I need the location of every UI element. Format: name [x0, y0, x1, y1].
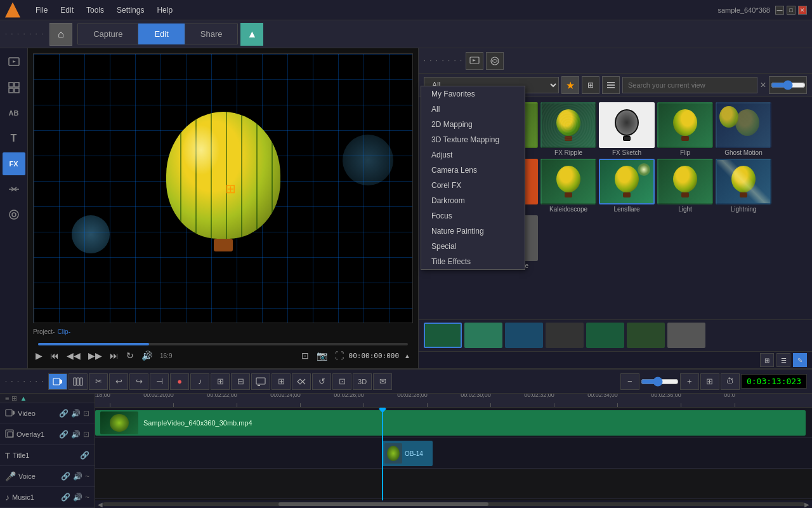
tl-zoom-out[interactable]: − — [620, 373, 639, 390]
tl-btn-crop-tl[interactable]: ⊡ — [332, 373, 351, 390]
fx-bottom-item-4[interactable] — [546, 323, 584, 348]
menu-edit[interactable]: Edit — [55, 4, 79, 16]
minimize-button[interactable]: — — [775, 6, 784, 15]
tab-share[interactable]: Share — [185, 23, 239, 44]
dropdown-item-adjust[interactable]: Adjust — [421, 147, 525, 163]
tl-btn-music[interactable]: ♪ — [190, 373, 209, 390]
sidebar-icon-caption[interactable]: AB — [3, 102, 25, 124]
dropdown-item-title[interactable]: Title Effects — [421, 254, 525, 269]
upload-button[interactable]: ▲ — [240, 23, 263, 46]
menu-help[interactable]: Help — [152, 4, 178, 16]
scroll-right-arrow[interactable]: ▶ — [804, 501, 809, 508]
close-button[interactable]: ✕ — [798, 6, 807, 15]
playhead[interactable] — [382, 408, 383, 500]
loop-button[interactable]: ↻ — [124, 349, 136, 362]
prev-frame-button[interactable]: ⏮ — [48, 349, 62, 362]
maximize-button[interactable]: □ — [787, 6, 796, 15]
fx-search-clear[interactable]: ✕ — [760, 81, 766, 90]
tl-btn-insert[interactable]: ⊣ — [150, 373, 169, 390]
tl-btn-subtitle[interactable] — [251, 373, 270, 390]
tl-btn-scissors[interactable]: ✂ — [89, 373, 108, 390]
fx-item-ghost-motion[interactable]: Ghost Motion — [716, 102, 771, 156]
sidebar-icon-motion[interactable] — [3, 203, 25, 226]
tl-btn-table[interactable]: ⊞ — [272, 373, 291, 390]
fx-view-toggle-1[interactable]: ⊞ — [760, 353, 774, 367]
tl-zoom-in[interactable]: + — [680, 373, 699, 390]
tl-btn-split[interactable]: ⊟ — [231, 373, 250, 390]
fullscreen-button[interactable]: ⛶ — [332, 349, 346, 362]
tab-capture[interactable]: Capture — [77, 23, 138, 44]
timeline-horizontal-scrollbar[interactable]: ◀ ▶ — [95, 500, 812, 508]
voice-link-btn[interactable]: 🔗 — [61, 472, 70, 481]
music-link-btn[interactable]: 🔗 — [61, 493, 70, 502]
fx-bottom-item-6[interactable] — [627, 323, 665, 348]
voice-audio-btn[interactable]: 🔊 — [73, 472, 82, 481]
dropdown-item-3d[interactable]: 3D Texture Mapping — [421, 132, 525, 147]
tl-btn-rotate[interactable]: ↺ — [312, 373, 331, 390]
dropdown-item-corel[interactable]: Corel FX — [421, 178, 525, 193]
tl-btn-video[interactable] — [48, 373, 67, 390]
label-btn-2[interactable]: ⊞ — [11, 394, 17, 403]
next-frame-button[interactable]: ⏭ — [107, 349, 121, 362]
overlay-clip[interactable]: OB-14 — [382, 441, 433, 466]
sidebar-icon-media[interactable] — [3, 51, 25, 74]
fx-media-btn[interactable] — [466, 52, 483, 70]
scroll-left-arrow[interactable]: ◀ — [98, 501, 103, 508]
menu-file[interactable]: File — [30, 4, 53, 16]
step-back-button[interactable]: ◀◀ — [64, 349, 83, 362]
sidebar-icon-project[interactable] — [3, 76, 25, 99]
fx-favorites-button[interactable]: ★ — [561, 76, 579, 94]
tl-btn-text3d[interactable]: 3D — [353, 373, 372, 390]
overlay-mute-btn[interactable]: ⊡ — [83, 430, 89, 439]
tl-btn-overlay[interactable]: ⊞ — [211, 373, 230, 390]
snapshot-button[interactable]: 📷 — [314, 349, 330, 362]
fx-edit-toggle[interactable]: ✎ — [793, 353, 807, 367]
tl-btn-storyboard[interactable] — [69, 373, 88, 390]
fx-size-range[interactable] — [771, 80, 806, 90]
dropdown-item-darkroom[interactable]: Darkroom — [421, 193, 525, 208]
fx-item-sketch[interactable]: FX Sketch — [599, 102, 655, 156]
tl-btn-envelope[interactable]: ✉ — [373, 373, 392, 390]
dropdown-item-all[interactable]: All — [421, 102, 525, 117]
menu-settings[interactable]: Settings — [112, 4, 149, 16]
fx-item-light[interactable]: Light — [657, 159, 713, 213]
label-btn-add[interactable]: ▲ — [20, 394, 27, 402]
dropdown-item-2d[interactable]: 2D Mapping — [421, 117, 525, 132]
fx-item-kaleidoscope[interactable]: Kaleidoscope — [540, 159, 596, 213]
overlay-audio-btn[interactable]: 🔊 — [71, 430, 81, 439]
video-audio-btn[interactable]: 🔊 — [71, 409, 81, 418]
dropdown-item-focus[interactable]: Focus — [421, 208, 525, 224]
crop-button[interactable]: ⊡ — [299, 349, 311, 362]
tl-btn-undo[interactable]: ↩ — [109, 373, 128, 390]
video-mute-btn[interactable]: ⊡ — [83, 409, 89, 418]
title-link-btn[interactable]: 🔗 — [80, 451, 89, 460]
fx-search-input[interactable] — [622, 77, 757, 93]
step-forward-button[interactable]: ▶▶ — [86, 349, 105, 362]
fx-item-lensflare[interactable]: Lensflare — [599, 159, 655, 213]
voice-fade-btn[interactable]: ~ — [85, 472, 89, 481]
label-btn-1[interactable]: ≡ — [5, 394, 9, 402]
dropdown-item-favorites[interactable]: My Favorites — [421, 86, 525, 102]
volume-button[interactable]: 🔊 — [139, 349, 155, 362]
tl-zoom-slider[interactable] — [641, 377, 679, 387]
tab-edit[interactable]: Edit — [138, 23, 184, 44]
tl-fit-btn[interactable]: ⊞ — [700, 373, 719, 390]
dropdown-item-camera[interactable]: Camera Lens — [421, 163, 525, 178]
fx-view-grid-btn[interactable]: ⊞ — [582, 76, 599, 94]
fx-bottom-item-2[interactable] — [464, 323, 502, 348]
dropdown-item-nature[interactable]: Nature Painting — [421, 224, 525, 239]
overlay-link-btn[interactable]: 🔗 — [59, 430, 69, 439]
fx-item-lightning[interactable]: Lightning — [716, 159, 771, 213]
fx-bottom-item-1[interactable] — [424, 323, 462, 348]
tl-btn-motion[interactable] — [292, 373, 311, 390]
fx-audio-btn[interactable] — [486, 52, 504, 70]
music-audio-btn[interactable]: 🔊 — [73, 493, 82, 502]
fx-bottom-item-5[interactable] — [586, 323, 624, 348]
video-clip[interactable]: SampleVideo_640x360_30mb.mp4 — [95, 410, 806, 436]
tl-btn-redo[interactable]: ↪ — [129, 373, 148, 390]
play-button[interactable]: ▶ — [33, 349, 45, 362]
sidebar-icon-fx[interactable]: FX — [3, 152, 25, 175]
tl-btn-color[interactable]: ● — [170, 373, 189, 390]
tl-time-mode[interactable]: ⏱ — [721, 373, 740, 390]
sidebar-icon-transition[interactable] — [3, 178, 25, 201]
